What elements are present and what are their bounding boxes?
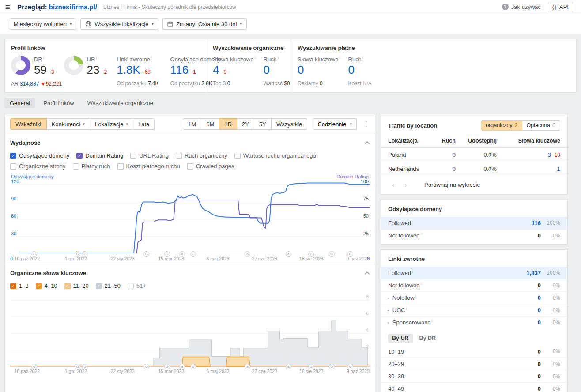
google-update-marker[interactable]: G: [347, 251, 353, 257]
tab-general[interactable]: General: [4, 98, 35, 108]
checkbox-51plus[interactable]: 51+: [128, 283, 146, 289]
nofollow-row: • Nofollowi 0 0%: [381, 291, 567, 304]
checkbox-url-rating[interactable]: URL Rating: [130, 152, 169, 159]
checkbox-domain-rating[interactable]: ✓Domain Rating: [76, 152, 123, 159]
top-bar: ≡ Przegląd: biznesifirma.pl/ Biznes i Fi…: [0, 0, 581, 14]
google-update-marker[interactable]: G: [75, 364, 80, 369]
dr-delta: -3: [49, 69, 54, 75]
traffic-type-toggle: organiczny2 Opłacona0: [481, 120, 560, 131]
google-update-marker[interactable]: a: [286, 251, 291, 257]
range-1m[interactable]: 1M: [183, 118, 201, 130]
location-name[interactable]: Poland: [381, 148, 436, 162]
info-icon: i: [278, 56, 279, 60]
api-button[interactable]: {} API: [548, 2, 573, 12]
x-axis-tick: 27 cze 2023: [252, 369, 277, 374]
ur-bucket-row: 40–49 0 0%: [381, 382, 567, 392]
organic-keywords-stat: Słowa kluczowei 4-9 Top 3 0: [213, 56, 256, 87]
checkbox-organic-traffic[interactable]: Ruch organiczny: [176, 152, 227, 159]
tab-link-profile[interactable]: Profil linków: [38, 98, 79, 108]
domain-link[interactable]: biznesifirma.pl/: [49, 3, 97, 11]
competitors-button[interactable]: Konkurenci▾: [46, 118, 91, 130]
checkbox-11-20[interactable]: ✓11–20: [64, 283, 89, 289]
y-axis-zero: 0: [367, 256, 370, 261]
granularity-dropdown[interactable]: Codziennie▾: [313, 118, 357, 130]
range-1r[interactable]: 1R: [219, 118, 237, 130]
range-2y[interactable]: 2Y: [237, 118, 254, 130]
ur-value: 23: [87, 64, 100, 76]
x-axis-tick: 6 maj 2023: [207, 256, 230, 261]
x-axis-tick: 15 mar 2023: [158, 369, 184, 374]
google-update-marker[interactable]: G: [329, 364, 335, 369]
followed-row: Followedi 1,837 100%: [381, 267, 567, 279]
how-to-use-link[interactable]: ? Jak używać: [502, 4, 541, 10]
chevron-down-icon: ▾: [83, 122, 85, 126]
chevron-down-icon: ▾: [152, 22, 154, 26]
location-table: Lokalizacja Ruch Udostępnij Słowa kluczo…: [381, 135, 567, 176]
checkbox-paid-cost[interactable]: Koszt płatnego ruchu: [117, 163, 180, 170]
kebab-menu-icon[interactable]: ⋮: [363, 120, 370, 128]
info-icon: i: [96, 56, 97, 60]
info-icon: i: [415, 294, 416, 298]
bullet-icon: •: [387, 295, 389, 301]
tab-by-dr[interactable]: By DR: [415, 334, 440, 343]
checkbox-4-10[interactable]: ✓4–10: [36, 283, 57, 289]
organic-keywords-section: Organiczne słowa kluczowe ✓1–3 ✓4–10 ✓11…: [5, 264, 375, 375]
google-update-marker[interactable]: G: [75, 251, 80, 257]
x-axis-tick: 27 cze 2023: [252, 256, 277, 261]
checkbox-traffic-value[interactable]: Wartość ruchu organicznego: [234, 152, 316, 159]
volume-filter-button[interactable]: Miesięczny wolumen ▾: [9, 18, 76, 30]
backlinks-value[interactable]: 1.8K: [117, 64, 140, 76]
google-update-marker[interactable]: G: [164, 251, 170, 257]
range-5y[interactable]: 5Y: [254, 118, 272, 130]
collapse-icon[interactable]: [365, 271, 370, 276]
prev-page-button[interactable]: ‹: [388, 181, 399, 188]
ar-value[interactable]: 314,887: [20, 81, 39, 87]
next-page-button[interactable]: ›: [400, 181, 411, 188]
checkbox-top3[interactable]: ✓1–3: [10, 283, 29, 289]
ur-stat: URi 23-2: [64, 56, 107, 87]
tab-organic-search[interactable]: Wyszukiwanie organiczne: [82, 98, 158, 108]
google-update-marker[interactable]: G: [347, 364, 353, 369]
traffic-by-location-panel: Traffic by location organiczny2 Opłacona…: [381, 114, 568, 195]
google-update-marker[interactable]: a: [245, 364, 250, 369]
filter-bar: Miesięczny wolumen ▾ Wszystkie lokalizac…: [0, 14, 581, 34]
checkbox-crawled-pages[interactable]: Crawled pages: [187, 163, 234, 170]
info-icon: i: [362, 56, 363, 60]
range-6m[interactable]: 6M: [201, 118, 219, 130]
checkbox-21-50[interactable]: ✓21–50: [96, 283, 121, 289]
google-update-marker[interactable]: a: [286, 364, 291, 369]
dr-donut: [11, 56, 30, 75]
tab-by-ur[interactable]: By UR: [388, 334, 413, 343]
compare-on-chart-link[interactable]: Porównaj na wykresie: [424, 181, 480, 188]
menu-icon[interactable]: ≡: [5, 3, 10, 11]
google-update-marker[interactable]: G: [329, 251, 335, 257]
keywords-count[interactable]: 1: [557, 166, 560, 172]
range-all[interactable]: Wszystkie: [271, 118, 308, 130]
performance-chart[interactable]: 120906030100755025GGGGGaGaaGGG 010 paź 2…: [10, 180, 370, 262]
ur-bucket-row: 30–39 0 0%: [381, 370, 567, 382]
table-row: Poland 0 0.0% 3-10: [381, 148, 567, 162]
info-icon: i: [432, 319, 433, 323]
years-button[interactable]: Lata: [133, 118, 155, 130]
refdomains-value[interactable]: 116: [170, 64, 189, 76]
checkbox-refdomains[interactable]: ✓Odsyłające domeny: [10, 152, 69, 159]
checkbox-paid-traffic[interactable]: Płatny ruch: [73, 163, 110, 170]
metrics-button[interactable]: Wskaźniki: [10, 118, 47, 130]
organic-keywords-chart[interactable]: 8642GGGGGaGaaGGG 10 paź 20221 gru 202222…: [10, 295, 370, 375]
ur-delta: -2: [102, 69, 107, 75]
page-title: Przegląd: biznesifirma.pl/: [17, 3, 97, 11]
google-update-marker[interactable]: a: [245, 251, 250, 257]
locations-button[interactable]: Lokalizacje▾: [90, 118, 133, 130]
collapse-icon[interactable]: [365, 141, 370, 146]
location-name[interactable]: Netherlands: [381, 162, 436, 176]
organic-toggle[interactable]: organiczny2: [481, 121, 522, 130]
google-update-marker[interactable]: a: [179, 364, 185, 369]
locations-filter-button[interactable]: Wszystkie lokalizacje ▾: [80, 18, 158, 30]
google-update-marker[interactable]: a: [179, 251, 185, 257]
checkbox-organic-pages[interactable]: Organiczne strony: [10, 163, 66, 170]
section-title: Profil linków: [11, 45, 207, 51]
google-update-marker[interactable]: G: [164, 364, 170, 369]
paid-toggle[interactable]: Opłacona0: [522, 121, 560, 130]
keywords-count[interactable]: 3: [547, 151, 551, 158]
changes-filter-button[interactable]: Zmiany: Ostatnie 30 dni ▾: [162, 18, 247, 30]
